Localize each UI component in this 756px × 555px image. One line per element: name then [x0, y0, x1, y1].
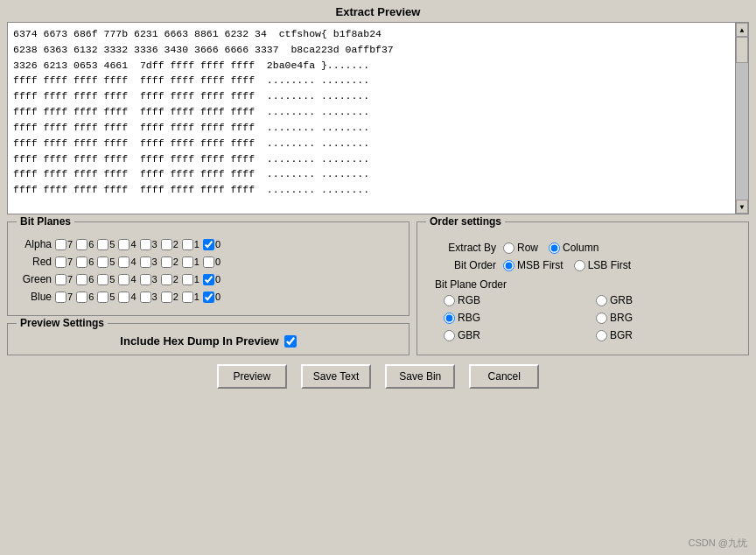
bit-checkbox-item[interactable]: 2	[161, 292, 178, 303]
preview-settings-title: Preview Settings	[17, 317, 108, 329]
extract-by-column-option[interactable]: Column	[549, 242, 598, 254]
bit-checkbox-item[interactable]: 5	[97, 239, 115, 250]
bit-number: 1	[194, 256, 200, 267]
bit-checkbox-item[interactable]: 0	[203, 292, 220, 303]
bit-checkbox[interactable]	[203, 239, 214, 250]
bit-checkbox[interactable]	[203, 292, 214, 303]
bit-plane-order-option[interactable]: GBR	[444, 329, 587, 341]
bit-checkbox-item[interactable]: 7	[55, 274, 73, 285]
bit-checkbox[interactable]	[55, 239, 66, 250]
bit-plane-order-option[interactable]: RBG	[444, 312, 587, 324]
bit-checkbox[interactable]	[203, 256, 214, 268]
bit-checkbox[interactable]	[76, 256, 88, 268]
bit-checkbox-item[interactable]: 4	[118, 239, 136, 250]
bit-checkbox-item[interactable]: 3	[140, 239, 158, 250]
extract-by-column-label: Column	[563, 242, 598, 254]
bit-plane-order-radio[interactable]	[596, 330, 607, 341]
msb-first-radio[interactable]	[503, 260, 514, 271]
bit-checkbox-item[interactable]: 7	[55, 256, 73, 268]
extract-by-row-option[interactable]: Row	[503, 242, 538, 254]
scroll-thumb[interactable]	[736, 37, 748, 63]
bit-checkbox[interactable]	[182, 256, 193, 268]
bit-checkbox-item[interactable]: 6	[76, 274, 94, 285]
bit-checkbox[interactable]	[55, 256, 66, 268]
bit-checkbox-item[interactable]: 4	[118, 256, 136, 268]
bit-checkbox-item[interactable]: 5	[97, 256, 115, 268]
bit-checkbox[interactable]	[140, 274, 151, 285]
bit-checkbox[interactable]	[203, 274, 214, 285]
bit-checkbox-item[interactable]: 3	[140, 292, 158, 303]
extract-by-row-radio[interactable]	[503, 242, 514, 254]
bit-checkbox-item[interactable]: 2	[161, 274, 178, 285]
bit-checkbox[interactable]	[118, 292, 130, 303]
bit-checkbox-item[interactable]: 7	[55, 292, 73, 303]
bit-checkbox-item[interactable]: 0	[203, 239, 220, 250]
bit-plane-order-radio[interactable]	[596, 295, 607, 306]
bit-checkbox-item[interactable]: 3	[140, 274, 158, 285]
bit-checkbox[interactable]	[97, 274, 108, 285]
save-text-button[interactable]: Save Text	[301, 364, 371, 389]
bit-checkbox-item[interactable]: 5	[97, 274, 115, 285]
bit-checkbox-item[interactable]: 0	[203, 256, 220, 268]
bit-checkbox[interactable]	[161, 274, 172, 285]
bit-plane-order-radio[interactable]	[444, 313, 455, 324]
bit-plane-order-radio[interactable]	[596, 313, 607, 324]
bit-checkbox-item[interactable]: 7	[55, 239, 73, 250]
bit-checkbox[interactable]	[140, 256, 151, 268]
bit-checkbox[interactable]	[161, 292, 172, 303]
bit-checkbox[interactable]	[55, 292, 66, 303]
bit-plane-order-radio[interactable]	[444, 295, 455, 306]
bit-checkbox[interactable]	[76, 292, 88, 303]
bit-checkbox[interactable]	[182, 292, 193, 303]
bit-plane-order-option[interactable]: GRB	[596, 294, 739, 306]
bit-checkbox-item[interactable]: 4	[118, 292, 136, 303]
preview-line: ffff ffff ffff ffff ffff ffff ffff ffff …	[13, 166, 730, 182]
bit-checkbox[interactable]	[140, 292, 151, 303]
cancel-button[interactable]: Cancel	[469, 364, 539, 389]
bit-checkbox-item[interactable]: 5	[97, 292, 115, 303]
bit-checkbox-item[interactable]: 1	[182, 239, 200, 250]
bit-checkbox-item[interactable]: 6	[76, 256, 94, 268]
preview-button[interactable]: Preview	[217, 364, 287, 389]
bit-checkbox[interactable]	[118, 239, 130, 250]
lsb-first-option[interactable]: LSB First	[574, 259, 631, 271]
bit-checkbox[interactable]	[182, 239, 193, 250]
bit-checkbox[interactable]	[97, 256, 108, 268]
bit-checkbox-item[interactable]: 0	[203, 274, 220, 285]
bit-checkbox[interactable]	[118, 256, 130, 268]
bit-checkbox[interactable]	[182, 274, 193, 285]
bit-checkbox[interactable]	[161, 256, 172, 268]
bit-checkbox-item[interactable]: 1	[182, 292, 200, 303]
bit-checkbox[interactable]	[97, 292, 108, 303]
preview-line: ffff ffff ffff ffff ffff ffff ffff ffff …	[13, 136, 730, 151]
bit-number: 1	[194, 274, 200, 285]
include-hex-dump-checkbox[interactable]	[284, 335, 297, 348]
preview-text-area[interactable]: 6374 6673 686f 777b 6231 6663 8861 6232 …	[7, 22, 735, 214]
save-bin-button[interactable]: Save Bin	[385, 364, 455, 389]
bit-checkbox-item[interactable]: 2	[161, 256, 178, 268]
extract-by-column-radio[interactable]	[549, 242, 560, 254]
bit-checkbox[interactable]	[161, 239, 172, 250]
preview-scrollbar[interactable]: ▲ ▼	[735, 22, 749, 214]
bit-checkbox[interactable]	[118, 274, 130, 285]
bit-checkbox-item[interactable]: 4	[118, 274, 136, 285]
bit-plane-order-radio[interactable]	[444, 330, 455, 341]
bit-checkbox[interactable]	[140, 239, 151, 250]
bit-checkbox[interactable]	[76, 274, 88, 285]
bit-checkbox-item[interactable]: 3	[140, 256, 158, 268]
bit-checkbox-item[interactable]: 6	[76, 239, 94, 250]
bit-checkbox[interactable]	[55, 274, 66, 285]
bit-checkbox-item[interactable]: 2	[161, 239, 178, 250]
bit-checkbox-item[interactable]: 1	[182, 274, 200, 285]
bit-plane-order-option[interactable]: BRG	[596, 312, 739, 324]
msb-first-option[interactable]: MSB First	[503, 259, 564, 271]
bit-checkbox-item[interactable]: 6	[76, 292, 94, 303]
scroll-down-button[interactable]: ▼	[736, 200, 748, 214]
bit-checkbox[interactable]	[97, 239, 108, 250]
scroll-up-button[interactable]: ▲	[736, 23, 748, 37]
bit-checkbox[interactable]	[76, 239, 88, 250]
lsb-first-radio[interactable]	[574, 260, 585, 271]
bit-plane-order-option[interactable]: BGR	[596, 329, 739, 341]
bit-checkbox-item[interactable]: 1	[182, 256, 200, 268]
bit-plane-order-option[interactable]: RGB	[444, 294, 587, 306]
